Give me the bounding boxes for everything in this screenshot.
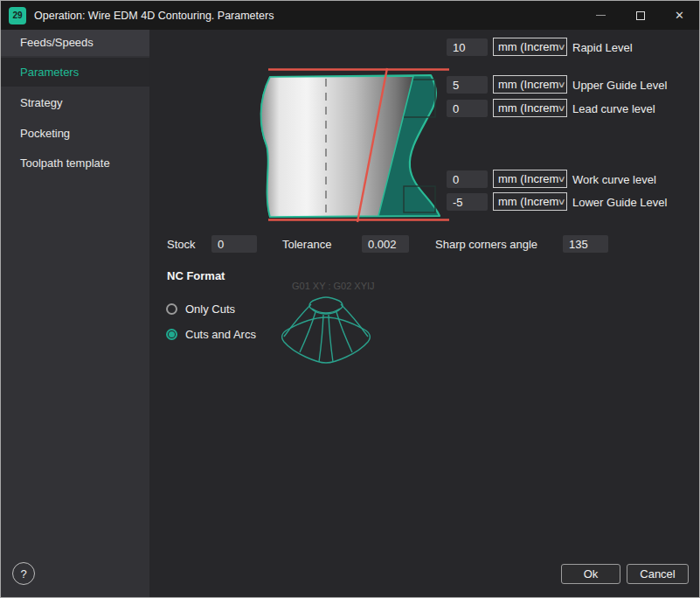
unit-text: mm (Increm (498, 40, 558, 53)
work-curve-level-input[interactable] (447, 170, 488, 188)
sidebar: Feeds/Speeds Parameters Strategy Pocketi… (1, 30, 149, 598)
chevron-down-icon: ∨ (558, 174, 566, 184)
lead-curve-level-label: Lead curve level (572, 102, 655, 115)
upper-guide-unit-dropdown[interactable]: mm (Increm∨ (493, 75, 567, 94)
lower-guide-level-input[interactable] (447, 193, 488, 211)
stock-label: Stock (167, 238, 196, 251)
minimize-icon (596, 15, 606, 16)
upper-guide-level-label: Upper Guide Level (572, 79, 667, 92)
upper-guide-level-input[interactable] (447, 76, 488, 94)
maximize-button[interactable] (620, 1, 660, 30)
lower-guide-unit-dropdown[interactable]: mm (Increm∨ (493, 192, 567, 211)
radio-only-cuts[interactable]: Only Cuts (166, 302, 235, 316)
radio-label: Cuts and Arcs (185, 328, 256, 341)
radio-cuts-and-arcs[interactable]: Cuts and Arcs (166, 328, 256, 341)
tolerance-label: Tolerance (282, 238, 331, 251)
unit-text: mm (Increm (498, 101, 558, 115)
help-button[interactable]: ? (12, 562, 35, 585)
close-icon: ✕ (675, 9, 684, 22)
unit-text: mm (Increm (498, 172, 558, 185)
lead-curve-level-input[interactable] (447, 100, 488, 117)
lead-curve-unit-dropdown[interactable]: mm (Increm∨ (493, 99, 567, 117)
work-curve-unit-dropdown[interactable]: mm (Increm∨ (493, 170, 567, 188)
unit-text: mm (Increm (498, 78, 558, 91)
unit-text: mm (Increm (498, 195, 558, 208)
rapid-level-label: Rapid Level (572, 41, 633, 54)
sidebar-item-toolpath-template[interactable]: Toolpath template (1, 150, 149, 177)
part-preview-graphic (246, 58, 477, 228)
chevron-down-icon: ∨ (558, 80, 566, 89)
nc-format-heading: NC Format (167, 269, 225, 282)
chevron-down-icon: ∨ (558, 103, 566, 113)
nc-format-wireframe-graphic (277, 293, 375, 370)
rapid-level-input[interactable] (447, 38, 488, 56)
dialog-window: 29 Operation: Wire EDM 4D Contouring. Pa… (0, 0, 700, 598)
app-logo-icon: 29 (9, 7, 26, 24)
chevron-down-icon: ∨ (558, 42, 566, 52)
tolerance-input[interactable] (362, 235, 409, 253)
close-button[interactable]: ✕ (660, 1, 699, 30)
sidebar-item-parameters[interactable]: Parameters (1, 58, 149, 87)
radio-icon (166, 303, 177, 315)
lower-guide-level-label: Lower Guide Level (572, 196, 667, 209)
title-bar: 29 Operation: Wire EDM 4D Contouring. Pa… (1, 1, 699, 30)
window-title: Operation: Wire EDM 4D Contouring. Param… (34, 10, 274, 22)
sidebar-item-pocketing[interactable]: Pocketing (1, 121, 149, 147)
maximize-icon (636, 11, 645, 20)
nc-format-diagram-caption: G01 XY : G02 XYIJ (292, 281, 375, 291)
radio-label: Only Cuts (185, 302, 235, 316)
work-curve-level-label: Work curve level (572, 173, 656, 186)
sidebar-item-strategy[interactable]: Strategy (1, 90, 149, 116)
minimize-button[interactable] (581, 1, 620, 30)
rapid-level-unit-dropdown[interactable]: mm (Increm∨ (493, 38, 567, 56)
sharp-corners-angle-input[interactable] (563, 235, 608, 253)
ok-button[interactable]: Ok (561, 564, 620, 584)
sharp-corners-angle-label: Sharp corners angle (435, 238, 537, 251)
radio-icon (166, 329, 177, 340)
chevron-down-icon: ∨ (558, 197, 566, 206)
sidebar-item-feeds-speeds[interactable]: Feeds/Speeds (1, 30, 149, 56)
stock-input[interactable] (211, 235, 257, 253)
cancel-button[interactable]: Cancel (627, 564, 689, 584)
